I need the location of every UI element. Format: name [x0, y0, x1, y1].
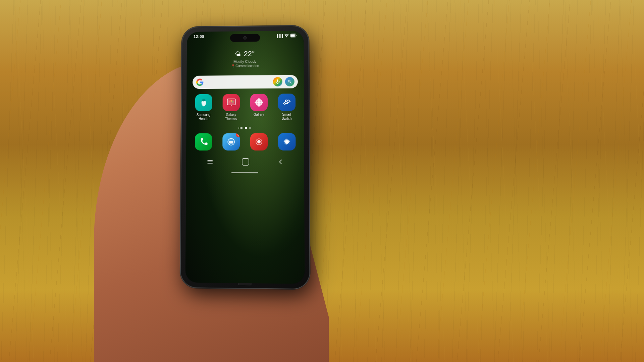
- svg-point-16: [258, 101, 260, 104]
- svg-rect-3: [277, 79, 278, 82]
- svg-point-15: [232, 101, 233, 103]
- location-pin-icon: 📍: [231, 64, 235, 68]
- app-row-1: SamsungHealth: [186, 94, 304, 121]
- settings-icon: [278, 133, 296, 150]
- phone-screen: 12:08 ▐▐▐: [185, 31, 305, 284]
- messages-icon: 9: [222, 133, 240, 150]
- app-item-gallery[interactable]: Gallery: [246, 94, 271, 121]
- page-dot-2: [245, 127, 247, 129]
- page-indicator: [186, 125, 304, 133]
- app-item-galaxy-themes[interactable]: GalaxyThemes: [219, 94, 244, 121]
- app-item-settings[interactable]: [274, 133, 300, 152]
- samsung-health-icon: [195, 94, 212, 112]
- screen-recorder-icon: [250, 133, 268, 150]
- back-button[interactable]: [278, 159, 283, 167]
- gallery-label: Gallery: [254, 113, 264, 117]
- svg-rect-33: [242, 159, 249, 165]
- voice-search-button[interactable]: [273, 77, 282, 86]
- home-bar: [231, 172, 258, 173]
- smart-switch-label: SmartSwitch: [282, 113, 292, 121]
- recents-button[interactable]: [207, 159, 213, 166]
- samsung-health-label: SamsungHealth: [197, 113, 211, 121]
- weather-temperature: 22°: [244, 50, 255, 58]
- weather-icon: 🌤: [235, 51, 241, 58]
- svg-point-28: [257, 140, 261, 143]
- galaxy-themes-label: GalaxyThemes: [225, 113, 237, 121]
- page-dot-3: [249, 127, 251, 129]
- weather-description: Mostly Cloudy: [187, 59, 304, 64]
- home-button[interactable]: [242, 158, 249, 167]
- galaxy-themes-icon: [222, 94, 240, 111]
- svg-point-14: [230, 100, 232, 102]
- google-search-bar[interactable]: [193, 75, 298, 89]
- phone-icon: [195, 133, 212, 150]
- wifi-icon: [284, 34, 289, 38]
- status-icons: ▐▐▐: [276, 33, 297, 38]
- svg-point-6: [288, 80, 290, 82]
- weather-location: 📍 Current location: [187, 64, 304, 68]
- svg-point-0: [286, 37, 287, 37]
- svg-point-13: [229, 101, 230, 103]
- app-item-phone[interactable]: [191, 133, 216, 152]
- messages-badge: 9: [236, 133, 240, 137]
- phone-body: 12:08 ▐▐▐: [181, 26, 310, 289]
- status-time: 12:08: [194, 34, 205, 39]
- app-item-samsung-health[interactable]: SamsungHealth: [191, 94, 216, 121]
- svg-line-7: [290, 82, 291, 83]
- page-dot-1: [238, 127, 243, 129]
- weather-widget[interactable]: 🌤 22° Mostly Cloudy 📍 Current location: [187, 39, 304, 73]
- google-logo: [196, 78, 204, 86]
- app-item-messages[interactable]: 9: [218, 133, 244, 152]
- home-indicator: [186, 172, 304, 174]
- app-item-screen-recorder[interactable]: [246, 133, 271, 152]
- phone-notch: [230, 34, 260, 42]
- dock-row: 9: [186, 133, 304, 152]
- gallery-icon: [250, 94, 268, 111]
- svg-rect-2: [291, 34, 295, 37]
- signal-icon: ▐▐▐: [276, 34, 283, 38]
- app-item-smart-switch[interactable]: S SmartSwitch: [274, 94, 299, 121]
- front-camera: [243, 36, 247, 40]
- navigation-bar: [186, 156, 304, 170]
- battery-icon: [290, 34, 297, 38]
- visual-search-button[interactable]: [285, 77, 294, 86]
- phone: 12:08 ▐▐▐: [181, 26, 310, 289]
- smart-switch-icon: S: [278, 94, 295, 111]
